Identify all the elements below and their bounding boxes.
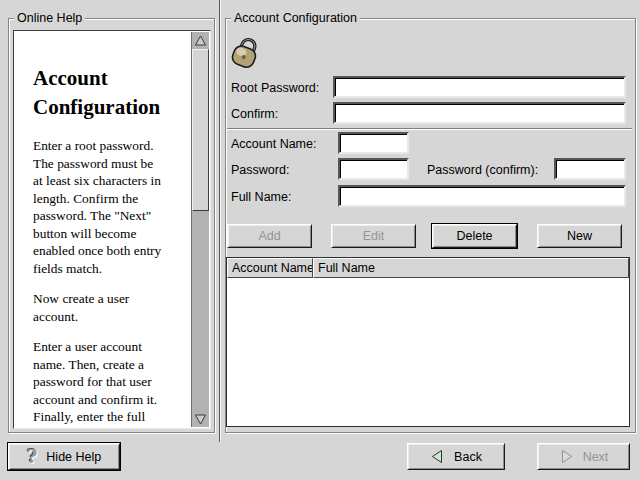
back-button-label: Back	[454, 450, 482, 464]
new-button[interactable]: New	[537, 224, 622, 248]
next-button: Next	[537, 443, 630, 470]
add-button: Add	[227, 224, 312, 248]
edit-button-label: Edit	[363, 229, 385, 243]
section-separator	[227, 128, 632, 130]
hide-help-button-label: Hide Help	[46, 450, 101, 464]
accounts-list[interactable]	[227, 278, 629, 426]
full-name-input[interactable]	[338, 185, 626, 207]
back-button[interactable]: Back	[407, 443, 505, 470]
full-name-label: Full Name:	[231, 190, 291, 204]
password-confirm-input[interactable]	[554, 158, 626, 180]
add-button-label: Add	[258, 229, 280, 243]
password-input[interactable]	[338, 158, 409, 180]
help-paragraph: Enter a root password. The password must…	[33, 137, 201, 277]
root-password-input[interactable]	[333, 76, 626, 98]
new-button-label: New	[567, 229, 592, 243]
help-paragraph: Now create a user account.	[33, 290, 201, 325]
help-content: Account Configuration Enter a root passw…	[14, 31, 192, 428]
account-name-input[interactable]	[338, 132, 409, 154]
account-name-label: Account Name:	[231, 137, 316, 151]
panel-divider-highlight	[220, 0, 221, 442]
help-title: Account Configuration	[33, 64, 195, 122]
confirm-password-input[interactable]	[333, 102, 626, 124]
help-text-view: Account Configuration Enter a root passw…	[13, 30, 211, 429]
back-arrow-icon	[430, 449, 445, 464]
delete-button-label: Delete	[456, 229, 492, 243]
online-help-frame-label: Online Help	[14, 11, 85, 25]
column-header-account-name[interactable]: Account Name	[227, 258, 313, 278]
password-confirm-label: Password (confirm):	[427, 163, 538, 177]
column-header-full-name[interactable]: Full Name	[313, 258, 629, 278]
scroll-down-icon[interactable]	[192, 411, 208, 427]
edit-button: Edit	[331, 224, 416, 248]
lock-icon	[228, 32, 264, 70]
root-password-label: Root Password:	[231, 81, 319, 95]
accounts-table-header: Account Name Full Name	[227, 258, 629, 278]
installer-window: Online Help Account Configuration Enter …	[0, 0, 640, 480]
hide-help-button[interactable]: ? Hide Help	[8, 443, 120, 470]
help-paragraph: Enter a user account name. Then, create …	[33, 338, 201, 429]
delete-button[interactable]: Delete	[432, 224, 517, 248]
account-configuration-frame-label: Account Configuration	[231, 11, 360, 25]
accounts-table: Account Name Full Name	[226, 257, 630, 427]
password-label: Password:	[231, 163, 289, 177]
scroll-up-icon[interactable]	[192, 32, 208, 48]
help-scrollbar-thumb[interactable]	[192, 49, 209, 211]
question-icon: ?	[27, 448, 38, 466]
next-arrow-icon	[559, 449, 574, 464]
next-button-label: Next	[583, 450, 609, 464]
confirm-label: Confirm:	[231, 107, 278, 121]
help-scrollbar[interactable]	[191, 32, 209, 427]
